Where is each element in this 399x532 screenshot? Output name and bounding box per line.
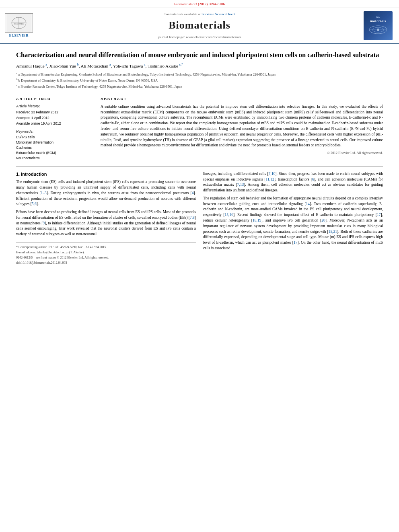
content-area: Characterization and neural differentiat… bbox=[0, 44, 399, 272]
keyword-4: Extracellular matrix (ECM) bbox=[16, 151, 93, 156]
header-divider bbox=[16, 93, 383, 93]
journal-homepage: journal homepage: www.elsevier.com/locat… bbox=[41, 35, 358, 40]
keyword-1: ES/iPS cells bbox=[16, 135, 93, 140]
article-info-col: Article Info Article history: Received 2… bbox=[16, 97, 93, 161]
journal-citation-text: Biomaterials 33 (2012) 5094–5106 bbox=[174, 2, 225, 6]
keywords-label: Keywords: bbox=[16, 129, 93, 134]
footnote-issn: 0142-9612/$ – see front matter © 2012 El… bbox=[16, 255, 196, 260]
available-date: Available online 19 April 2012 bbox=[16, 121, 93, 126]
abstract-heading: Abstract bbox=[101, 97, 383, 102]
doi-line: doi:10.1016/j.biomaterials.2012.04.003 bbox=[16, 261, 196, 265]
keyword-5: Neuroectoderm bbox=[16, 156, 93, 161]
author-haque: Amranul Haque a, bbox=[16, 64, 49, 68]
biomaterials-logo: Bio materials bbox=[364, 11, 393, 40]
article-info-abstract-cols: Article Info Article history: Received 2… bbox=[16, 97, 383, 161]
body-left-col: 1. Introduction The embryonic stem (ES) … bbox=[16, 171, 196, 265]
introduction-section: 1. Introduction The embryonic stem (ES) … bbox=[16, 171, 383, 265]
affiliation-a: a a Department of Biomolecular Engineeri… bbox=[16, 72, 383, 77]
author-tagawa: Yoh-ichi Tagawa a, bbox=[113, 64, 148, 68]
sciverse-link[interactable]: SciVerse ScienceDirect bbox=[202, 12, 235, 16]
svg-text:ELSEVIER: ELSEVIER bbox=[14, 23, 24, 25]
body-divider bbox=[16, 166, 383, 166]
affiliation-c: c c Frontier Research Center, Tokyo Inst… bbox=[16, 84, 383, 89]
sciverse-line: Contents lists available at SciVerse Sci… bbox=[41, 12, 358, 17]
article-title: Characterization and neural differentiat… bbox=[16, 51, 383, 59]
section-number: 1. bbox=[16, 172, 20, 177]
keyword-3: Cadherins bbox=[16, 146, 93, 150]
intro-para-1: The embryonic stem (ES) cells and induce… bbox=[16, 179, 196, 207]
footnote-corresponding: * Corresponding author. Tel.: +81 45 924… bbox=[16, 245, 196, 249]
author-akaike: Toshihiro Akaike c,* bbox=[148, 64, 183, 68]
journal-logo-right: Bio materials bbox=[362, 11, 394, 40]
elsevier-label-text: ELSEVIER bbox=[9, 33, 29, 38]
footnote-email: E-mail address: takaike@bio.titech.ac.jp… bbox=[16, 250, 196, 255]
intro-right-para-2: The regulation of stem cell behavior and… bbox=[203, 196, 383, 251]
history-label: Article history: bbox=[16, 104, 93, 109]
article-info-heading: Article Info bbox=[16, 97, 93, 102]
introduction-title: 1. Introduction bbox=[16, 171, 196, 177]
sciverse-prefix: Contents lists available at bbox=[164, 12, 202, 16]
author-motazedian: Ali Motazedian a, bbox=[81, 64, 113, 68]
journal-header: ELSEVIER ELSEVIER Contents lists availab… bbox=[0, 8, 399, 44]
affiliations: a a Department of Biomolecular Engineeri… bbox=[16, 72, 383, 89]
body-right-col: lineages, including undifferentiated cel… bbox=[203, 171, 383, 265]
accepted-date: Accepted 1 April 2012 bbox=[16, 116, 93, 121]
footnote-area: * Corresponding author. Tel.: +81 45 924… bbox=[16, 242, 196, 265]
abstract-text: A suitable culture condition using advan… bbox=[101, 104, 383, 148]
journal-citation-banner: Biomaterials 33 (2012) 5094–5106 bbox=[0, 0, 399, 8]
abstract-paragraph: A suitable culture condition using advan… bbox=[101, 104, 383, 148]
affiliation-b: b b Department of Chemistry & Biochemist… bbox=[16, 78, 383, 83]
journal-header-center: Contents lists available at SciVerse Sci… bbox=[41, 12, 358, 40]
elsevier-logo: ELSEVIER ELSEVIER bbox=[5, 13, 33, 38]
keywords-section: Keywords: ES/iPS cells Monolayer differe… bbox=[16, 129, 93, 161]
elsevier-logo-area: ELSEVIER ELSEVIER bbox=[5, 13, 37, 38]
keyword-2: Monolayer differentiation bbox=[16, 140, 93, 145]
authors-line: Amranul Haque a, Xiao-Shan Yue b, Ali Mo… bbox=[16, 62, 383, 69]
intro-para-2: Efforts have been devoted to producing d… bbox=[16, 210, 196, 237]
abstract-col: Abstract A suitable culture condition us… bbox=[101, 97, 383, 161]
intro-right-para-1: lineages, including undifferentiated cel… bbox=[203, 171, 383, 193]
elsevier-logo-image: ELSEVIER bbox=[5, 13, 33, 33]
received-date: Received 23 February 2012 bbox=[16, 110, 93, 115]
journal-title: Biomaterials bbox=[41, 18, 358, 33]
copyright-line: © 2012 Elsevier Ltd. All rights reserved… bbox=[101, 151, 383, 156]
section-title-text: Introduction bbox=[21, 172, 47, 177]
author-yue: Xiao-Shan Yue b, bbox=[49, 64, 80, 68]
